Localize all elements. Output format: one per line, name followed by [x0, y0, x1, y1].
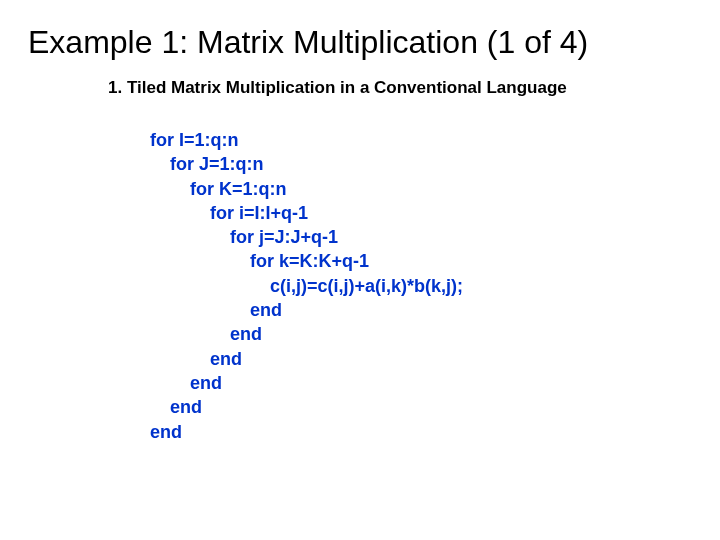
- code-line: for i=I:I+q-1: [150, 203, 308, 223]
- code-block: for I=1:q:n for J=1:q:n for K=1:q:n for …: [150, 128, 463, 444]
- slide-title: Example 1: Matrix Multiplication (1 of 4…: [28, 24, 700, 61]
- code-line: end: [150, 300, 282, 320]
- code-line: end: [150, 349, 242, 369]
- code-line: for j=J:J+q-1: [150, 227, 338, 247]
- slide: Example 1: Matrix Multiplication (1 of 4…: [0, 0, 720, 540]
- code-line: for I=1:q:n: [150, 130, 239, 150]
- code-line: for k=K:K+q-1: [150, 251, 369, 271]
- slide-subtitle: 1. Tiled Matrix Multiplication in a Conv…: [108, 78, 567, 98]
- code-line: end: [150, 422, 182, 442]
- code-line: end: [150, 324, 262, 344]
- code-line: for K=1:q:n: [150, 179, 287, 199]
- code-line: end: [150, 397, 202, 417]
- code-line: for J=1:q:n: [150, 154, 264, 174]
- code-line: c(i,j)=c(i,j)+a(i,k)*b(k,j);: [150, 276, 463, 296]
- code-line: end: [150, 373, 222, 393]
